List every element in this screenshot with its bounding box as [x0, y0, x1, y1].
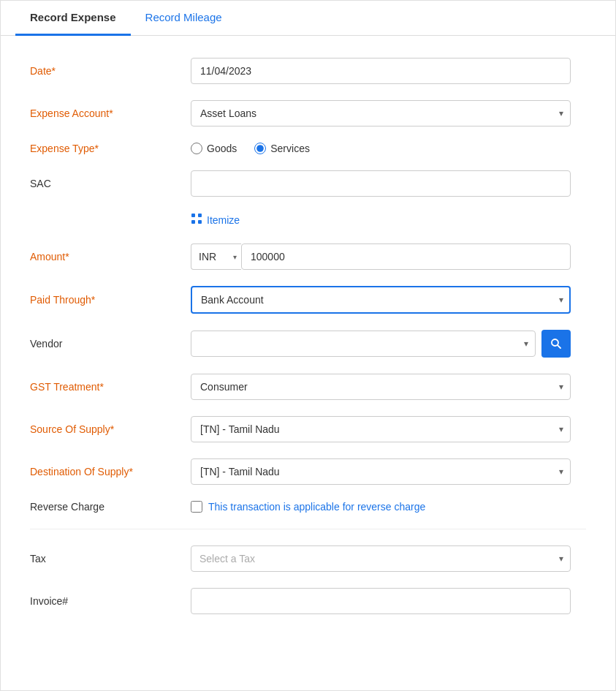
svg-rect-2	[198, 214, 202, 217]
sac-input[interactable]	[191, 170, 571, 197]
gst-treatment-label: GST Treatment*	[30, 381, 191, 393]
invoice-control	[191, 588, 571, 614]
expense-account-select-wrapper: Asset Loans Other ▾	[191, 100, 571, 127]
sac-row: SAC	[30, 170, 586, 197]
currency-select[interactable]: INR USD EUR	[191, 243, 241, 270]
expense-type-label: Expense Type*	[30, 143, 191, 154]
source-of-supply-label: Source Of Supply*	[30, 423, 191, 435]
vendor-control: ▾	[191, 330, 571, 358]
expense-account-select[interactable]: Asset Loans Other	[191, 100, 571, 127]
source-of-supply-row: Source Of Supply* [TN] - Tamil Nadu [MH]…	[30, 416, 586, 442]
paid-through-select-wrapper: Bank Account Cash Other ▾	[191, 286, 571, 314]
expense-account-row: Expense Account* Asset Loans Other ▾	[30, 100, 586, 127]
tax-row: Tax GST 5% GST 12% GST 18% ▾ Select a Ta…	[30, 545, 586, 572]
paid-through-control: Bank Account Cash Other ▾	[191, 286, 571, 314]
vendor-row: Vendor ▾	[30, 330, 586, 358]
source-of-supply-control: [TN] - Tamil Nadu [MH] - Maharashtra ▾	[191, 416, 571, 442]
itemize-icon	[191, 213, 202, 227]
tax-control: GST 5% GST 12% GST 18% ▾ Select a Tax	[191, 545, 571, 572]
vendor-select-wrapper: ▾	[191, 331, 536, 357]
invoice-row: Invoice#	[30, 588, 586, 614]
vendor-select[interactable]	[191, 331, 536, 357]
expense-type-radio-group: Goods Services	[191, 143, 571, 154]
svg-rect-1	[191, 220, 195, 224]
destination-of-supply-control: [TN] - Tamil Nadu [MH] - Maharashtra ▾	[191, 458, 571, 485]
main-container: Record Expense Record Mileage Date* Expe…	[0, 0, 616, 691]
date-control	[191, 58, 571, 84]
invoice-label: Invoice#	[30, 595, 191, 607]
expense-account-control: Asset Loans Other ▾	[191, 100, 571, 127]
vendor-search-button[interactable]	[541, 330, 571, 358]
amount-row: Amount* INR USD EUR ▾	[30, 243, 586, 270]
date-row: Date*	[30, 58, 586, 84]
search-icon	[550, 338, 562, 350]
gst-treatment-select[interactable]: Consumer Registered Unregistered	[191, 374, 571, 400]
itemize-button[interactable]: Itemize	[191, 213, 586, 227]
date-input[interactable]	[191, 58, 571, 84]
tab-bar: Record Expense Record Mileage	[1, 1, 615, 36]
amount-control: INR USD EUR ▾	[191, 243, 571, 270]
svg-line-5	[558, 345, 560, 348]
invoice-input[interactable]	[191, 588, 571, 614]
reverse-charge-label: Reverse Charge	[30, 501, 191, 513]
expense-type-services-radio[interactable]	[254, 143, 266, 154]
expense-type-control: Goods Services	[191, 143, 571, 154]
reverse-charge-row: Reverse Charge This transaction is appli…	[30, 501, 586, 513]
vendor-label: Vendor	[30, 338, 191, 350]
destination-of-supply-select-wrapper: [TN] - Tamil Nadu [MH] - Maharashtra ▾	[191, 458, 571, 485]
expense-type-goods-option[interactable]: Goods	[191, 143, 237, 154]
reverse-charge-text: This transaction is applicable for rever…	[208, 501, 425, 513]
expense-type-row: Expense Type* Goods Services	[30, 143, 586, 154]
gst-treatment-select-wrapper: Consumer Registered Unregistered ▾	[191, 374, 571, 400]
paid-through-row: Paid Through* Bank Account Cash Other ▾	[30, 286, 586, 314]
itemize-label: Itemize	[207, 214, 240, 226]
svg-rect-0	[191, 214, 195, 217]
expense-account-label: Expense Account*	[30, 107, 191, 119]
currency-wrapper: INR USD EUR ▾	[191, 243, 241, 270]
gst-treatment-row: GST Treatment* Consumer Registered Unreg…	[30, 374, 586, 400]
destination-of-supply-select[interactable]: [TN] - Tamil Nadu [MH] - Maharashtra	[191, 458, 571, 485]
tab-record-expense[interactable]: Record Expense	[15, 1, 131, 36]
source-of-supply-select-wrapper: [TN] - Tamil Nadu [MH] - Maharashtra ▾	[191, 416, 571, 442]
tax-label: Tax	[30, 553, 191, 564]
vendor-input-group: ▾	[191, 330, 571, 358]
amount-input[interactable]	[241, 243, 571, 270]
reverse-charge-checkbox-group: This transaction is applicable for rever…	[191, 501, 571, 513]
expense-type-services-option[interactable]: Services	[254, 143, 310, 154]
source-of-supply-select[interactable]: [TN] - Tamil Nadu [MH] - Maharashtra	[191, 416, 571, 442]
gst-treatment-control: Consumer Registered Unregistered ▾	[191, 374, 571, 400]
expense-type-services-label: Services	[270, 143, 310, 154]
form-body: Date* Expense Account* Asset Loans Other…	[1, 36, 615, 652]
tax-select-wrapper: GST 5% GST 12% GST 18% ▾ Select a Tax	[191, 545, 571, 572]
paid-through-label: Paid Through*	[30, 294, 191, 306]
form-divider	[30, 529, 586, 529]
date-label: Date*	[30, 65, 191, 77]
sac-label: SAC	[30, 178, 191, 189]
reverse-charge-checkbox[interactable]	[191, 501, 202, 513]
expense-type-goods-radio[interactable]	[191, 143, 202, 154]
amount-label: Amount*	[30, 251, 191, 263]
sac-control	[191, 170, 571, 197]
paid-through-select[interactable]: Bank Account Cash Other	[191, 286, 571, 314]
amount-input-group: INR USD EUR ▾	[191, 243, 571, 270]
expense-type-goods-label: Goods	[207, 143, 237, 154]
reverse-charge-control: This transaction is applicable for rever…	[191, 501, 571, 513]
svg-rect-3	[198, 220, 202, 224]
tab-record-mileage[interactable]: Record Mileage	[131, 1, 237, 36]
tax-select[interactable]: GST 5% GST 12% GST 18%	[191, 545, 571, 572]
destination-of-supply-row: Destination Of Supply* [TN] - Tamil Nadu…	[30, 458, 586, 485]
destination-of-supply-label: Destination Of Supply*	[30, 466, 191, 477]
